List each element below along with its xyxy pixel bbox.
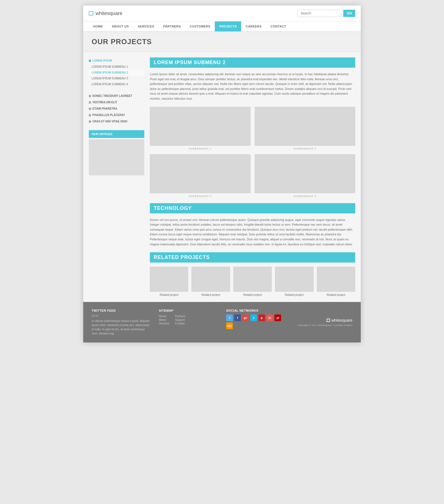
header: whitesquare GO — [83, 6, 361, 21]
nav-item-customers[interactable]: CUSTOMERS — [185, 21, 215, 31]
related-item-5[interactable]: Related project — [317, 267, 355, 296]
sitemap-support[interactable]: Support — [175, 318, 186, 322]
technology-title: TECHNOLOGY — [154, 205, 351, 211]
youtube-icon[interactable]: yt — [274, 314, 281, 321]
rss-icon[interactable]: rss — [226, 322, 233, 329]
footer-twitter-text: In ultrices pellentesque massa a porta. … — [92, 319, 151, 336]
category-dot-icon — [89, 108, 91, 110]
related-item-2[interactable]: Related project — [191, 267, 230, 296]
offices-map — [89, 139, 144, 175]
footer-copyright: Copyright © 2012 Whitesquare. A picklab … — [297, 324, 352, 327]
footer-twitter-time: 23:00 — [92, 314, 151, 317]
twitter-icon[interactable]: t — [226, 314, 233, 321]
sidebar-subitem-1[interactable]: LOREM IPSUM SUBMENU 1 — [89, 64, 144, 70]
sidebar-submenu-lorem: LOREM IPSUM SUBMENU 1 LOREM IPSUM SUBMEN… — [89, 64, 144, 87]
screenshot-item-1: SCREENSHOT 1 — [150, 107, 251, 150]
sitemap-columns: Home About Services Partners Support Con… — [159, 314, 218, 325]
screenshot-item-3: SCREENSHOT 3 — [150, 154, 251, 198]
technology-title-bar: TECHNOLOGY — [150, 203, 355, 213]
pinterest-icon[interactable]: p — [258, 314, 265, 321]
sitemap-partners[interactable]: Partners — [175, 314, 186, 318]
googleplus-icon[interactable]: g+ — [242, 314, 249, 321]
footer: TWITTER FEED 23:00 In ultrices pellentes… — [83, 302, 361, 342]
sidebar-category-phasellus[interactable]: PHASELLUS PLACERAT — [89, 112, 144, 118]
page-title-bar: OUR PROJECTS — [83, 32, 361, 52]
page-title: OUR PROJECTS — [92, 37, 352, 46]
sidebar-category-etiam[interactable]: ETIAM PHARETRA — [89, 105, 144, 112]
footer-sitemap: SITEMAP Home About Services Partners Sup… — [159, 309, 218, 336]
sitemap-about[interactable]: About — [159, 318, 170, 322]
technology-text: Donec vel orci purus, ut ornare orci. Ae… — [150, 218, 355, 247]
footer-brand: whitesquare Copyright © 2012 Whitesquare… — [294, 309, 353, 336]
related-image-5 — [317, 267, 355, 292]
category-dot-icon — [89, 101, 91, 104]
screenshot-item-2: SCREENSHOT 2 — [255, 107, 355, 150]
logo-icon — [89, 11, 93, 16]
sidebar-subitem-2[interactable]: LOREM IPSUM SUBMENU 2 — [89, 70, 144, 75]
screenshot-image-1 — [150, 107, 251, 146]
footer-social-title: SOCIAL NETWORKS — [226, 309, 285, 312]
related-image-3 — [233, 267, 272, 292]
footer-twitter: TWITTER FEED 23:00 In ultrices pellentes… — [92, 309, 151, 336]
active-dot-icon — [89, 60, 91, 62]
related-title-bar: RELATED PROJECTS — [150, 252, 355, 263]
category-dot-icon — [89, 120, 91, 123]
screenshot-image-4 — [255, 154, 355, 193]
sidebar-category-donec[interactable]: DONEC TINCIDUNT LAOREET — [89, 93, 144, 99]
content-area: LOREM IPSUM SUBMENU 2 Lorem ipsum dolor … — [150, 57, 355, 296]
sitemap-services[interactable]: Services — [159, 322, 170, 325]
sidebar-section-lorem: LOREM IPSUM LOREM IPSUM SUBMENU 1 LOREM … — [89, 57, 144, 87]
footer-twitter-title: TWITTER FEED — [92, 309, 151, 312]
related-title: RELATED PROJECTS — [154, 254, 351, 260]
nav-item-contact[interactable]: CONTACT — [266, 21, 291, 31]
related-label-1: Related project — [160, 293, 178, 296]
sidebar-offices-section: OUR OFFICES — [89, 130, 144, 175]
related-item-1[interactable]: Related project — [150, 267, 188, 296]
offices-title: OUR OFFICES — [89, 130, 144, 138]
main-nav: HOME ABOUT US SERVICES PARTNERS CUSTOMER… — [83, 21, 361, 32]
related-item-3[interactable]: Related project — [233, 267, 272, 296]
screenshots-grid: SCREENSHOT 1 SCREENSHOT 2 SCREENSHOT 3 S… — [150, 107, 355, 198]
facebook-icon[interactable]: f — [234, 314, 241, 321]
sitemap-home[interactable]: Home — [159, 314, 170, 318]
screenshot-image-2 — [255, 107, 355, 146]
sitemap-col1: Home About Services — [159, 314, 170, 325]
footer-social: SOCIAL NETWORKS t f g+ v p in yt rss — [226, 309, 285, 336]
related-item-4[interactable]: Related project — [275, 267, 313, 296]
nav-item-projects[interactable]: PROJECTS — [215, 21, 241, 31]
nav-item-careers[interactable]: CAREERS — [241, 21, 266, 31]
submenu-title-bar: LOREM IPSUM SUBMENU 2 — [150, 57, 355, 68]
sidebar: LOREM IPSUM LOREM IPSUM SUBMENU 1 LOREM … — [89, 57, 144, 296]
nav-item-services[interactable]: SERVICES — [133, 21, 158, 31]
sidebar-category-vestibulum[interactable]: VESTIBULUM ELIT — [89, 99, 144, 105]
submenu-title: LOREM IPSUM SUBMENU 2 — [154, 60, 351, 65]
logo: whitesquare — [89, 11, 122, 16]
screenshot-image-3 — [150, 154, 251, 193]
nav-item-home[interactable]: HOME — [89, 21, 107, 31]
sidebar-category-lorem[interactable]: LOREM IPSUM — [89, 57, 144, 64]
category-dot-icon — [89, 95, 91, 97]
footer-sitemap-title: SITEMAP — [159, 309, 218, 312]
related-image-4 — [275, 267, 313, 292]
sidebar-subitem-4[interactable]: LOREM IPSUM SUBMENU 4 — [89, 81, 144, 87]
main-content: LOREM IPSUM LOREM IPSUM SUBMENU 1 LOREM … — [83, 52, 361, 302]
sitemap-contact[interactable]: Contact — [175, 322, 186, 325]
footer-logo: whitesquare — [327, 318, 353, 322]
related-image-1 — [150, 267, 188, 292]
sitemap-col2: Partners Support Contact — [175, 314, 186, 325]
search-input[interactable] — [297, 10, 342, 17]
sidebar-category-cras[interactable]: CRAS ET NISI VITAE ODIO — [89, 118, 144, 125]
sidebar-subitem-3[interactable]: LOREM IPSUM SUBMENU 3 — [89, 75, 144, 81]
nav-item-about[interactable]: ABOUT US — [107, 21, 133, 31]
search-bar: GO — [297, 10, 355, 17]
footer-logo-icon — [327, 319, 330, 322]
social-icons: t f g+ v p in yt rss — [226, 314, 285, 329]
screenshot-label-4: SCREENSHOT 4 — [294, 195, 316, 198]
vimeo-icon[interactable]: v — [250, 314, 257, 321]
search-button[interactable]: GO — [343, 10, 355, 17]
related-label-2: Related project — [201, 293, 220, 296]
instagram-icon[interactable]: in — [266, 314, 273, 321]
logo-text: whitesquare — [95, 11, 122, 16]
category-dot-icon — [89, 114, 91, 116]
nav-item-partners[interactable]: PARTNERS — [159, 21, 185, 31]
